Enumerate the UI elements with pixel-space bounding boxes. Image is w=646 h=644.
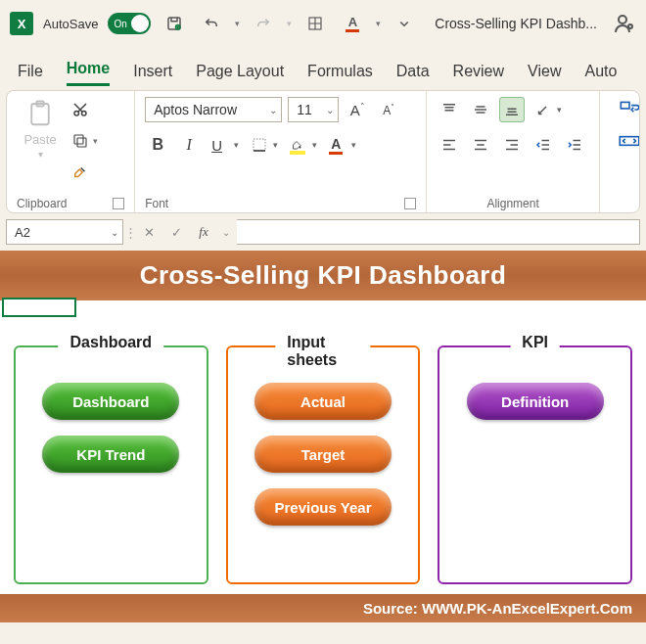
panel-dashboard-title: Dashboard <box>59 334 164 351</box>
formula-bar-row: A2 ⌄ ⋮ ✕ ✓ fx ⌄ <box>0 213 646 247</box>
ribbon: Paste ▾ ▾ Clipboard Aptos Narrow ⌄ <box>6 90 640 213</box>
decrease-font-icon[interactable]: A˅ <box>376 97 401 122</box>
align-top-icon[interactable] <box>437 97 462 122</box>
redo-icon[interactable] <box>250 10 277 37</box>
redo-dropdown-icon[interactable]: ▾ <box>287 19 292 28</box>
tab-file[interactable]: File <box>18 63 43 86</box>
dashboard-title: Cross-Selling KPI Dashboard <box>0 251 646 300</box>
paste-button[interactable]: Paste ▾ <box>17 97 64 160</box>
align-middle-icon[interactable] <box>468 97 493 122</box>
svg-rect-10 <box>74 135 83 144</box>
tab-formulas[interactable]: Formulas <box>307 63 373 86</box>
worksheet-area[interactable]: Cross-Selling KPI Dashboard Dashboard Da… <box>0 251 646 622</box>
font-color-button[interactable]: A▾ <box>325 132 358 158</box>
save-icon[interactable] <box>161 10 188 37</box>
autosave-state: On <box>114 19 126 29</box>
panel-dashboard: Dashboard Dashboard KPI Trend <box>14 345 208 584</box>
group-alignment: ▾ Alignment <box>427 91 600 212</box>
button-previous-year[interactable]: Previous Year <box>254 488 392 526</box>
clipboard-group-label: Clipboard <box>17 197 67 210</box>
excel-app-icon: X <box>10 12 33 35</box>
toggle-knob <box>131 15 149 32</box>
font-color-qat-icon[interactable]: A <box>339 10 366 37</box>
fx-dropdown-icon[interactable]: ⌄ <box>219 220 233 244</box>
align-bottom-icon[interactable] <box>499 97 525 122</box>
undo-icon[interactable] <box>198 10 225 37</box>
font-launcher-icon[interactable] <box>404 198 416 209</box>
borders-qat-icon[interactable] <box>301 10 329 37</box>
svg-rect-11 <box>254 139 265 151</box>
cut-icon[interactable] <box>69 99 91 120</box>
undo-dropdown-icon[interactable]: ▾ <box>235 19 240 28</box>
title-bar: X AutoSave On ▾ ▾ A ▾ Cross-Selling KPI … <box>0 0 646 47</box>
svg-rect-9 <box>77 138 86 147</box>
name-box-value: A2 <box>15 225 30 240</box>
name-box[interactable]: A2 ⌄ <box>6 219 123 245</box>
font-name-combo[interactable]: Aptos Narrow ⌄ <box>145 97 282 122</box>
autosave-label: AutoSave <box>43 17 98 31</box>
panel-kpi-title: KPI <box>510 334 560 351</box>
button-dashboard[interactable]: Dashboard <box>42 383 179 420</box>
copy-icon[interactable] <box>69 130 91 152</box>
align-center-icon[interactable] <box>468 132 493 158</box>
align-left-icon[interactable] <box>437 132 462 158</box>
decrease-indent-icon[interactable] <box>531 132 556 158</box>
chevron-down-icon: ⌄ <box>269 105 277 115</box>
copy-dropdown-icon[interactable]: ▾ <box>93 136 98 146</box>
cancel-formula-icon[interactable]: ✕ <box>137 220 161 244</box>
font-color-qat-dropdown-icon[interactable]: ▾ <box>376 19 381 28</box>
chevron-down-icon: ▾ <box>38 149 43 160</box>
bold-button[interactable]: B <box>145 132 170 158</box>
panel-input-title: Input sheets <box>275 334 370 369</box>
increase-indent-icon[interactable] <box>562 132 587 158</box>
account-icon[interactable] <box>613 12 636 35</box>
font-group-label: Font <box>145 197 168 210</box>
button-target[interactable]: Target <box>254 436 392 473</box>
fill-color-button[interactable]: ▾ <box>286 132 319 158</box>
font-size-combo[interactable]: 11 ⌄ <box>288 97 339 122</box>
autosave-toggle[interactable]: On <box>108 13 151 34</box>
italic-button[interactable]: I <box>176 132 202 158</box>
align-right-icon[interactable] <box>499 132 525 158</box>
group-clipboard: Paste ▾ ▾ Clipboard <box>7 91 135 212</box>
tab-data[interactable]: Data <box>396 63 430 86</box>
dashboard-footer: Source: WWW.PK-AnExcelExpert.Com <box>0 594 646 622</box>
wrap-text-icon[interactable] <box>610 97 640 122</box>
button-definition[interactable]: Definition <box>467 383 604 420</box>
document-title: Cross-Selling KPI Dashb... <box>435 16 597 31</box>
formula-input[interactable] <box>237 219 640 245</box>
active-cell-a2[interactable] <box>2 298 76 317</box>
tab-automate[interactable]: Auto <box>584 63 617 86</box>
tab-page-layout[interactable]: Page Layout <box>196 63 284 86</box>
increase-font-icon[interactable]: A˄ <box>345 97 370 122</box>
divider: ⋮ <box>127 221 133 243</box>
svg-point-3 <box>619 16 626 23</box>
tab-insert[interactable]: Insert <box>133 63 172 86</box>
tab-home[interactable]: Home <box>67 60 110 86</box>
alignment-group-label: Alignment <box>486 197 538 210</box>
chevron-down-icon: ⌄ <box>326 105 334 115</box>
dashboard-panels: Dashboard Dashboard KPI Trend Input shee… <box>0 300 646 594</box>
fx-icon[interactable]: fx <box>192 220 215 244</box>
group-font: Aptos Narrow ⌄ 11 ⌄ A˄ A˅ B I U▾ ▾ <box>135 91 427 212</box>
underline-button[interactable]: U▾ <box>208 132 241 158</box>
chevron-down-icon: ⌄ <box>111 227 118 238</box>
format-painter-icon[interactable] <box>69 161 91 183</box>
svg-rect-12 <box>621 102 629 109</box>
orientation-icon[interactable]: ▾ <box>531 97 564 122</box>
font-size-value: 11 <box>297 102 312 117</box>
qat-customize-icon[interactable] <box>391 10 418 37</box>
button-actual[interactable]: Actual <box>254 383 392 420</box>
merge-center-icon[interactable] <box>610 128 640 154</box>
tab-view[interactable]: View <box>528 63 561 86</box>
borders-button[interactable]: ▾ <box>247 132 280 158</box>
ribbon-tabs: File Home Insert Page Layout Formulas Da… <box>0 47 646 86</box>
paste-label: Paste <box>23 132 56 147</box>
svg-point-4 <box>628 24 632 28</box>
panel-kpi: KPI Definition <box>438 345 632 584</box>
tab-review[interactable]: Review <box>453 63 504 86</box>
clipboard-launcher-icon[interactable] <box>113 198 124 209</box>
panel-input-sheets: Input sheets Actual Target Previous Year <box>226 345 421 584</box>
enter-formula-icon[interactable]: ✓ <box>164 220 188 244</box>
button-kpi-trend[interactable]: KPI Trend <box>42 436 179 473</box>
